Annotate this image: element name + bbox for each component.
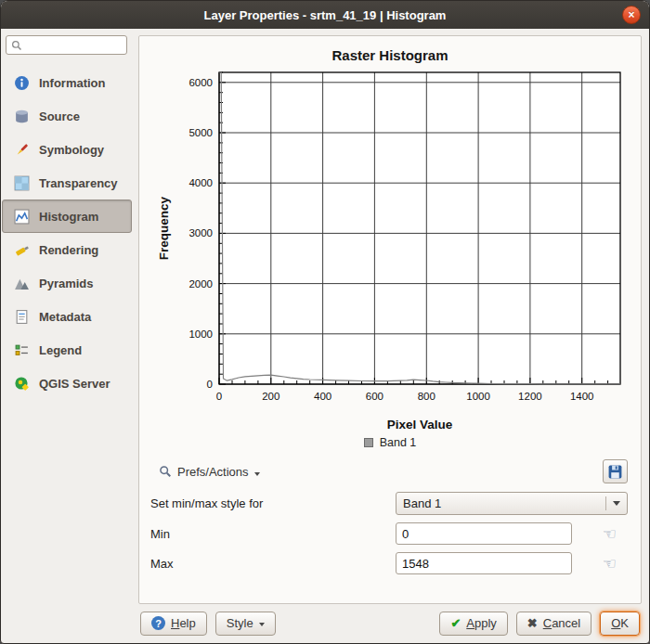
cancel-label: Cancel (543, 616, 580, 630)
min-input[interactable] (396, 522, 572, 545)
sidebar-item-rendering[interactable]: Rendering (2, 233, 132, 266)
sidebar-item-label: Metadata (39, 310, 91, 324)
min-label: Min (150, 527, 396, 541)
histogram-icon (11, 207, 32, 225)
layer-properties-window: Layer Properties - srtm_41_19 | Histogra… (0, 0, 650, 644)
raster-histogram-chart[interactable]: 0200400600800100012001400010002000300040… (147, 63, 633, 436)
sidebar-search[interactable] (6, 35, 127, 55)
legend-icon (11, 341, 32, 359)
sidebar-item-source[interactable]: Source (2, 99, 132, 133)
dialog-button-row: ? Help Style ✔ Apply ✖ Cancel OK (138, 604, 642, 638)
max-load-hand-icon[interactable]: ☜ (603, 556, 617, 572)
sidebar-item-transparency[interactable]: Transparency (2, 166, 132, 200)
set-minmax-label: Set min/max style for (150, 496, 396, 510)
help-icon: ? (151, 616, 165, 630)
max-label: Max (150, 557, 396, 571)
chevron-down-icon (613, 501, 620, 506)
sidebar-item-label: Source (39, 109, 80, 123)
titlebar: Layer Properties - srtm_41_19 | Histogra… (1, 1, 649, 29)
sidebar-item-legend[interactable]: Legend (2, 333, 132, 367)
sidebar: Information Source Symbology Transparenc… (1, 29, 133, 643)
style-label: Style (227, 616, 254, 630)
chevron-down-icon (254, 472, 260, 476)
svg-text:Pixel Value: Pixel Value (387, 418, 453, 431)
sidebar-item-information[interactable]: Information (2, 66, 132, 99)
apply-check-icon: ✔ (450, 616, 461, 630)
qgis-server-icon (11, 374, 32, 393)
svg-text:6000: 6000 (188, 77, 213, 88)
sidebar-item-label: Legend (39, 343, 82, 357)
sidebar-item-label: Transparency (39, 176, 118, 190)
save-histogram-button[interactable] (603, 459, 628, 483)
sidebar-item-label: Histogram (39, 210, 98, 224)
band1-swatch (364, 438, 373, 447)
sidebar-item-label: QGIS Server (39, 377, 110, 391)
sidebar-item-qgis-server[interactable]: QGIS Server (2, 367, 132, 400)
svg-text:4000: 4000 (188, 177, 213, 188)
sidebar-item-label: Pyramids (39, 277, 94, 290)
min-load-hand-icon[interactable]: ☜ (603, 526, 617, 542)
apply-button[interactable]: ✔ Apply (439, 612, 507, 636)
sidebar-search-input[interactable] (26, 39, 123, 52)
svg-text:0: 0 (207, 379, 213, 390)
main-area: Raster Histogram 02004006008001000120014… (133, 29, 649, 643)
svg-text:3000: 3000 (188, 227, 213, 238)
help-button[interactable]: ? Help (140, 612, 207, 636)
source-icon (11, 107, 32, 125)
sidebar-item-symbology[interactable]: Symbology (2, 133, 132, 166)
rendering-icon (11, 240, 32, 259)
info-icon (11, 73, 32, 92)
histogram-panel: Raster Histogram 02004006008001000120014… (138, 35, 642, 604)
symbology-icon (11, 140, 32, 159)
svg-text:5000: 5000 (188, 127, 213, 138)
combo-separator (605, 496, 606, 510)
prefs-actions-label: Prefs/Actions (177, 465, 249, 479)
svg-text:200: 200 (262, 391, 280, 402)
magnifier-icon (159, 465, 172, 478)
svg-text:2000: 2000 (188, 278, 213, 290)
pyramids-icon (11, 274, 32, 292)
help-label: Help (171, 616, 196, 630)
max-input[interactable] (396, 552, 572, 574)
svg-text:0: 0 (216, 391, 222, 402)
close-icon: × (628, 8, 634, 21)
ok-button[interactable]: OK (600, 612, 640, 636)
sidebar-item-pyramids[interactable]: Pyramids (2, 266, 132, 300)
svg-text:1400: 1400 (570, 391, 594, 402)
svg-text:1000: 1000 (188, 328, 213, 340)
sidebar-item-label: Rendering (39, 243, 98, 257)
search-icon (10, 36, 23, 55)
sidebar-item-histogram[interactable]: Histogram (2, 200, 132, 233)
svg-text:1200: 1200 (518, 391, 542, 402)
chart-legend: Band 1 (147, 436, 633, 449)
apply-label: Apply (466, 616, 497, 630)
close-button[interactable]: × (622, 6, 641, 24)
prefs-actions-button[interactable]: Prefs/Actions (150, 461, 268, 483)
band1-legend-label: Band 1 (380, 436, 417, 449)
svg-text:Frequency: Frequency (157, 196, 171, 260)
save-icon (607, 464, 623, 480)
transparency-icon (11, 174, 32, 192)
chevron-down-icon (259, 623, 265, 626)
ok-label: OK (611, 616, 629, 630)
svg-text:800: 800 (418, 391, 436, 402)
sidebar-item-label: Information (39, 76, 106, 90)
cancel-button[interactable]: ✖ Cancel (516, 612, 592, 636)
window-title: Layer Properties - srtm_41_19 | Histogra… (204, 8, 447, 22)
metadata-icon (11, 307, 32, 326)
svg-text:600: 600 (366, 391, 384, 402)
svg-text:400: 400 (314, 391, 332, 402)
cancel-x-icon: ✖ (527, 616, 538, 630)
svg-text:1000: 1000 (466, 391, 490, 402)
style-button[interactable]: Style (215, 612, 276, 636)
sidebar-item-label: Symbology (39, 143, 104, 157)
sidebar-item-metadata[interactable]: Metadata (2, 300, 132, 333)
chart-title: Raster Histogram (147, 47, 633, 63)
band-select-value: Band 1 (403, 496, 441, 510)
band-select[interactable]: Band 1 (396, 492, 628, 515)
